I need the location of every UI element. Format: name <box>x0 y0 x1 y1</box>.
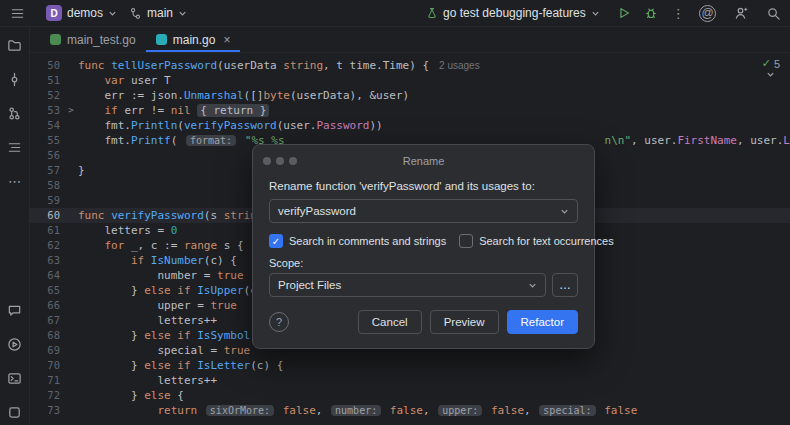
preview-button[interactable]: Preview <box>430 310 499 334</box>
inspections-widget[interactable]: ✓ 5 <box>762 57 780 79</box>
chevron-down-icon[interactable] <box>560 207 569 216</box>
window-maximize-icon[interactable] <box>289 157 297 165</box>
line-number[interactable]: 68 <box>30 328 64 343</box>
tab-main-test-go[interactable]: main_test.go <box>40 27 146 52</box>
tab-main-go[interactable]: main.go × <box>146 27 241 52</box>
scope-dropdown[interactable]: Project Files <box>269 273 546 297</box>
line-number[interactable]: 53 <box>30 103 64 118</box>
scope-more-button[interactable]: … <box>552 273 578 297</box>
pull-request-icon[interactable] <box>6 104 24 122</box>
go-test-flask-icon <box>426 7 438 19</box>
run-button[interactable] <box>615 4 633 22</box>
rename-prompt: Rename function 'verifyPassword' and its… <box>269 180 578 192</box>
person-icon[interactable] <box>731 4 749 22</box>
line-number[interactable]: 54 <box>30 118 64 133</box>
checkbox-search-text[interactable]: Search for text occurrences <box>459 234 614 248</box>
structure-icon[interactable] <box>6 138 24 156</box>
fold-column <box>64 343 78 358</box>
line-number[interactable]: 59 <box>30 193 64 208</box>
window-minimize-icon[interactable] <box>276 157 284 165</box>
branch-selector[interactable]: main <box>123 3 193 23</box>
fold-column <box>64 208 78 223</box>
code-line: 51 var user T <box>30 73 790 88</box>
run-configuration-name: go test debugging-features <box>443 6 586 20</box>
fold-column <box>64 88 78 103</box>
line-number[interactable]: 65 <box>30 283 64 298</box>
code-text: special = true <box>78 343 250 358</box>
code-line: 50func tellUserPassword(userData string,… <box>30 58 790 73</box>
checkbox-label: Search in comments and strings <box>289 235 446 247</box>
debug-bug-icon[interactable] <box>642 4 660 22</box>
fold-column <box>64 268 78 283</box>
main-menu-icon[interactable] <box>8 4 26 22</box>
fold-column <box>64 133 78 148</box>
fold-column <box>64 253 78 268</box>
cancel-button[interactable]: Cancel <box>358 310 422 334</box>
project-folder-icon[interactable] <box>6 36 24 54</box>
at-icon[interactable]: @ <box>699 5 716 22</box>
chevron-down-icon[interactable] <box>766 70 775 79</box>
line-number[interactable]: 63 <box>30 253 64 268</box>
checkbox-search-comments[interactable]: ✓ Search in comments and strings <box>269 234 446 248</box>
line-number[interactable]: 64 <box>30 268 64 283</box>
fold-column <box>64 328 78 343</box>
checkbox-checked-icon[interactable]: ✓ <box>269 234 283 248</box>
fold-column <box>64 58 78 73</box>
titlebar: D demos main go test debugging-features … <box>0 0 790 27</box>
checkbox-label: Search for text occurrences <box>479 235 614 247</box>
line-number[interactable]: 73 <box>30 403 64 418</box>
line-number[interactable]: 51 <box>30 73 64 88</box>
line-number[interactable]: 55 <box>30 133 64 148</box>
line-number[interactable]: 72 <box>30 388 64 403</box>
rename-dialog: Rename Rename function 'verifyPassword' … <box>252 144 595 349</box>
window-controls[interactable] <box>263 157 297 165</box>
line-number[interactable]: 52 <box>30 88 64 103</box>
commit-icon[interactable] <box>6 70 24 88</box>
more-actions-kebab-icon[interactable]: ⋮ <box>669 6 688 21</box>
chevron-down-icon[interactable] <box>528 281 537 290</box>
run-configuration-selector[interactable]: go test debugging-features <box>420 3 606 23</box>
line-number[interactable]: 56 <box>30 148 64 163</box>
chat-bubble-icon[interactable] <box>6 301 24 319</box>
fold-column <box>64 178 78 193</box>
close-icon[interactable]: × <box>223 33 230 47</box>
line-number[interactable]: 67 <box>30 313 64 328</box>
run-tool-window-icon[interactable] <box>6 335 24 353</box>
project-selector[interactable]: D demos <box>40 2 123 24</box>
fold-arrow-icon[interactable]: > <box>64 103 78 118</box>
search-icon[interactable] <box>764 4 782 22</box>
branch-name: main <box>147 6 173 20</box>
code-text: } else if IsUpper(c) { <box>78 283 277 298</box>
code-text: letters++ <box>78 373 217 388</box>
line-number[interactable]: 58 <box>30 178 64 193</box>
debug-tool-window-icon[interactable] <box>6 403 24 421</box>
fold-column <box>64 403 78 418</box>
line-number[interactable]: 61 <box>30 223 64 238</box>
chevron-down-icon <box>178 9 187 18</box>
code-line: 71 letters++ <box>30 373 790 388</box>
fold-column <box>64 118 78 133</box>
code-text: err := json.Unmarshal([]byte(userData), … <box>78 88 409 103</box>
line-number[interactable]: 60 <box>30 208 64 223</box>
terminal-icon[interactable] <box>6 369 24 387</box>
line-number[interactable]: 57 <box>30 163 64 178</box>
rename-input[interactable]: verifyPassword <box>269 199 578 223</box>
code-text: if IsNumber(c) { <box>78 253 237 268</box>
code-text: func verifyPassword(s string <box>78 208 263 223</box>
dialog-titlebar[interactable]: Rename <box>253 150 594 172</box>
chevron-down-icon <box>108 9 117 18</box>
tab-label: main.go <box>173 33 216 47</box>
line-number[interactable]: 71 <box>30 373 64 388</box>
more-tool-windows-icon[interactable]: ⋯ <box>6 172 24 190</box>
checkbox-unchecked-icon[interactable] <box>459 234 473 248</box>
line-number[interactable]: 50 <box>30 58 64 73</box>
line-number[interactable]: 66 <box>30 298 64 313</box>
code-text: return sixOrMore: false, number: false, … <box>78 403 637 418</box>
fold-column <box>64 73 78 88</box>
line-number[interactable]: 69 <box>30 343 64 358</box>
line-number[interactable]: 70 <box>30 358 64 373</box>
refactor-button[interactable]: Refactor <box>507 310 578 334</box>
window-close-icon[interactable] <box>263 157 271 165</box>
help-button[interactable]: ? <box>269 312 289 332</box>
line-number[interactable]: 62 <box>30 238 64 253</box>
